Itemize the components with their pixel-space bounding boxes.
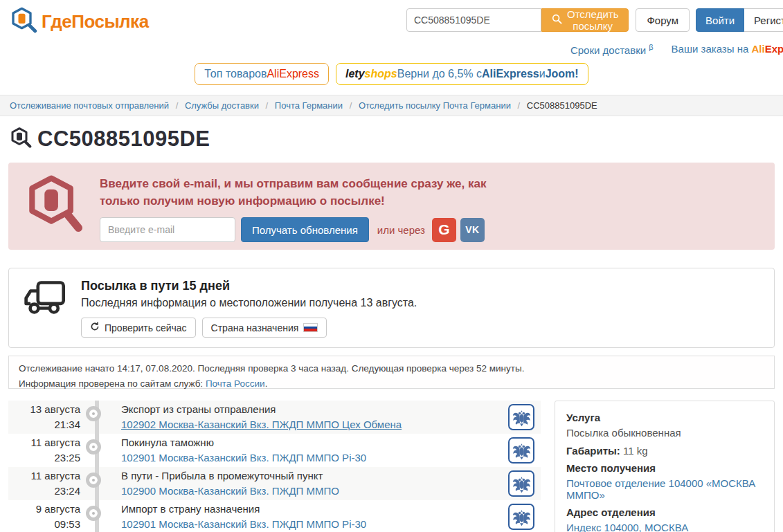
- timeline-event: 9 августа09:53 Импорт в страну назначени…: [8, 500, 541, 532]
- breadcrumb-link[interactable]: Отслеживание почтовых отправлений: [10, 100, 169, 111]
- logo-text: ГдеПосылка: [42, 11, 149, 33]
- event-title: Покинула таможню: [121, 435, 502, 451]
- auth-buttons: Войти Регистрация: [696, 8, 783, 32]
- event-title: В пути - Прибыла в промежуточный пункт: [121, 468, 502, 484]
- subscribe-button[interactable]: Получать обновления: [241, 217, 369, 242]
- event-datetime: 13 августа21:34: [8, 402, 83, 432]
- timeline-marker: [83, 434, 112, 467]
- dimensions-row: Габариты: 11 kg: [566, 445, 763, 457]
- tracking-logo-icon: [10, 127, 32, 152]
- timeline-event: 11 августа23:25 Покинула таможню 102901 …: [8, 434, 541, 467]
- secondary-links: Сроки доставки β Ваши заказы на AliExpre…: [0, 43, 783, 56]
- delivery-times-link[interactable]: Сроки доставки β: [570, 43, 654, 56]
- russian-post-eagle-icon[interactable]: [508, 437, 534, 464]
- check-now-button[interactable]: Проверить сейчас: [81, 318, 196, 338]
- package-status-content: Посылка в пути 15 дней Последняя информа…: [81, 279, 417, 337]
- status-title: Посылка в пути 15 дней: [81, 279, 417, 293]
- russia-flag-icon: [303, 323, 318, 332]
- timeline-marker: [83, 401, 112, 434]
- package-details-sidebar: Услуга Посылка обыкновенная Габариты: 11…: [555, 401, 775, 532]
- page-title-block: CC508851095DE: [10, 127, 783, 152]
- breadcrumb-link[interactable]: Почта Германии: [275, 100, 343, 111]
- status-buttons: Проверить сейчас Страна назначения: [81, 318, 417, 338]
- email-subscribe-form: Получать обновления или через G VK: [100, 217, 515, 242]
- russian-post-link[interactable]: Почта России: [206, 378, 265, 389]
- office-address-link[interactable]: Индекс 104000, МОСКВА: [566, 522, 763, 532]
- register-button[interactable]: Регистрация: [744, 8, 783, 32]
- pickup-place-link[interactable]: Почтовое отделение 104000 «МОСКВА ММПО»: [566, 477, 763, 501]
- timeline-event: 11 августа23:24 В пути - Прибыла в проме…: [8, 467, 541, 500]
- site-logo[interactable]: ГдеПосылка: [10, 6, 149, 37]
- email-field[interactable]: [100, 217, 235, 242]
- truck-icon: [23, 279, 69, 337]
- main-content: 13 августа21:34 Экспорт из страны отправ…: [8, 401, 775, 532]
- russian-post-eagle-icon[interactable]: [508, 504, 534, 530]
- tracking-timeline: 13 августа21:34 Экспорт из страны отправ…: [8, 401, 541, 532]
- refresh-icon: [90, 322, 100, 333]
- office-address-label: Адрес отделения: [566, 506, 763, 518]
- check-info-line2: Информация проверена по сайтам служб: По…: [19, 376, 764, 392]
- pickup-place-label: Место получения: [566, 462, 763, 474]
- page-title: CC508851095DE: [37, 127, 210, 152]
- package-status-box: Посылка в пути 15 дней Последняя информа…: [8, 268, 775, 348]
- email-subscribe-content: Введите свой e-mail, и мы отправим вам с…: [100, 174, 515, 239]
- event-datetime: 9 августа09:53: [8, 502, 83, 532]
- email-subscribe-box: Введите свой e-mail, и мы отправим вам с…: [8, 163, 775, 250]
- or-via-label: или через: [377, 224, 425, 236]
- search-icon: [552, 14, 562, 26]
- breadcrumb: Отслеживание почтовых отправлений / Служ…: [0, 95, 783, 116]
- package-search-icon: [26, 174, 83, 239]
- email-subscribe-message: Введите свой e-mail, и мы отправим вам с…: [100, 176, 515, 210]
- russian-post-eagle-icon[interactable]: [508, 404, 534, 430]
- letyshops-banner[interactable]: letyshops Верни до 6,5% с AliExpress и J…: [336, 63, 588, 85]
- event-location-link[interactable]: 102900 Москва-Казанский Вкз. ПЖДП ММПО: [121, 485, 339, 497]
- logo-icon: [10, 6, 37, 37]
- check-info-line1: Отслеживание начато 14:17, 07.08.2020. П…: [19, 361, 764, 376]
- login-button[interactable]: Войти: [696, 8, 744, 32]
- tracking-check-info: Отслеживание начато 14:17, 07.08.2020. П…: [8, 356, 775, 389]
- event-datetime: 11 августа23:25: [8, 435, 83, 466]
- aliexpress-orders-link[interactable]: Ваши заказы на AliExpress: [672, 43, 783, 56]
- google-auth-icon[interactable]: G: [432, 218, 456, 242]
- timeline-marker: [83, 500, 112, 532]
- header-actions: Отследить посылку Форум Войти Регистраци…: [406, 8, 783, 32]
- service-label: Услуга: [566, 412, 763, 423]
- tracking-search-input[interactable]: [406, 8, 541, 32]
- track-package-button[interactable]: Отследить посылку: [541, 8, 629, 32]
- vk-auth-icon[interactable]: VK: [460, 218, 485, 242]
- breadcrumb-link[interactable]: Службы доставки: [185, 100, 259, 111]
- forum-button[interactable]: Форум: [636, 8, 690, 32]
- destination-country-button[interactable]: Страна назначения: [202, 318, 327, 338]
- russian-post-eagle-icon[interactable]: [508, 470, 534, 497]
- timeline-event: 13 августа21:34 Экспорт из страны отправ…: [8, 401, 541, 434]
- status-subtitle: Последняя информация о местоположении по…: [81, 297, 417, 309]
- event-location-link[interactable]: 102902 Москва-Казанский Вкз. ПЖДП ММПО Ц…: [121, 419, 402, 430]
- event-datetime: 11 августа23:24: [8, 468, 83, 499]
- top-goods-banner[interactable]: Топ товаров AliExpress: [195, 63, 329, 85]
- breadcrumb-current: CC508851095DE: [527, 100, 597, 111]
- header: ГдеПосылка Отследить посылку Форум Войти…: [0, 0, 783, 40]
- event-location-link[interactable]: 102901 Москва-Казанский Вкз. ПЖДП ММПО P…: [121, 452, 366, 464]
- service-value: Посылка обыкновенная: [566, 427, 763, 439]
- event-location-link[interactable]: 102901 Москва-Казанский Вкз. ПЖДП ММПО P…: [121, 518, 366, 530]
- event-title: Экспорт из страны отправления: [121, 402, 502, 418]
- promo-banners: Топ товаров AliExpress letyshops Верни д…: [0, 63, 783, 85]
- breadcrumb-link[interactable]: Отследить посылку Почта Германии: [359, 100, 511, 111]
- event-title: Импорт в страну назначения: [121, 502, 502, 517]
- timeline-marker: [83, 467, 112, 500]
